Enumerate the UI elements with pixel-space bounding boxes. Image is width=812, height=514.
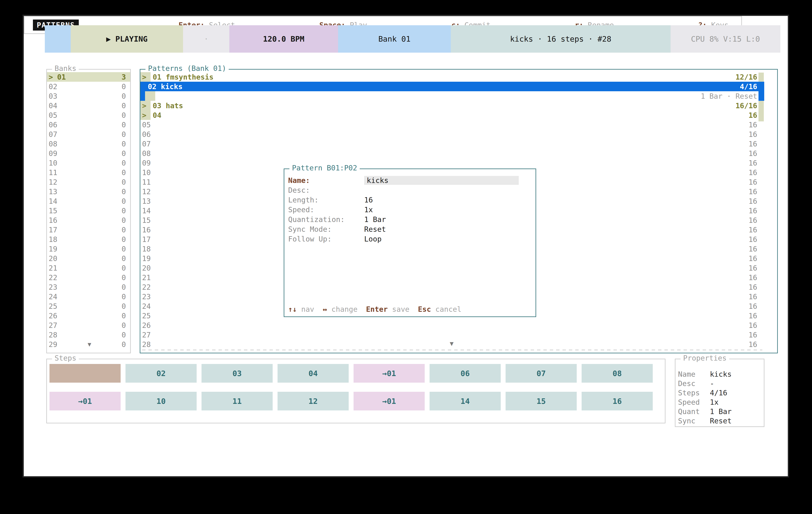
pattern-row-09[interactable]: 0916 [140, 158, 764, 168]
bank-row-29[interactable]: 29▼0 [47, 339, 130, 349]
bank-pattern-count: 0 [122, 225, 130, 234]
bank-row-05[interactable]: 050 [47, 110, 130, 120]
pattern-row-02-selected[interactable]: 02 kicks4/16 [140, 82, 764, 91]
patterns-scroll-more-icon[interactable]: ▼ [140, 340, 763, 347]
step-number: 10 [156, 397, 166, 405]
bank-row-06[interactable]: 060 [47, 120, 130, 129]
bank-number: 19 [47, 245, 57, 253]
step-number: 06 [461, 369, 470, 378]
step-cell-15[interactable]: 15 [505, 392, 577, 411]
pattern-row-05[interactable]: 0516 [140, 120, 764, 129]
bank-number: 01 [57, 73, 66, 81]
step-cell-01[interactable] [50, 364, 121, 383]
bpm-display: 120.0 BPM [229, 25, 338, 53]
step-cell-09[interactable]: →01 [50, 392, 121, 411]
bank-pattern-count: 0 [122, 245, 130, 253]
bank-row-07[interactable]: 070 [47, 129, 130, 139]
pattern-row-08[interactable]: 0816 [140, 149, 764, 158]
bank-row-09[interactable]: 090 [47, 149, 130, 158]
pattern-steps-value: 16 [749, 302, 764, 310]
pattern-number: 17 [140, 235, 151, 244]
step-number: 15 [536, 397, 546, 405]
pattern-number: 06 [140, 130, 151, 139]
step-cell-12[interactable]: 12 [278, 392, 349, 411]
bank-row-01[interactable]: >013 [47, 72, 130, 82]
bank-pattern-count: 0 [122, 159, 130, 167]
step-cell-07[interactable]: 07 [505, 364, 577, 383]
pattern-row-07[interactable]: 0716 [140, 139, 764, 149]
pattern-row-01[interactable]: >01 fmsynthesis12/16 [140, 72, 764, 82]
bank-pattern-count: 0 [122, 101, 130, 110]
dialog-hint-nav: ↑↓ nav [288, 305, 314, 313]
dialog-field-quantization[interactable]: Quantization:1 Bar [288, 215, 532, 224]
bank-row-19[interactable]: 190 [47, 244, 130, 253]
property-label: Name [678, 370, 710, 379]
bank-row-17[interactable]: 170 [47, 225, 130, 235]
bank-row-22[interactable]: 220 [47, 273, 130, 282]
dialog-field-desc[interactable]: Desc: [288, 185, 532, 195]
step-cell-02[interactable]: 02 [125, 364, 197, 383]
bank-row-13[interactable]: 130 [47, 187, 130, 196]
bank-pattern-count: 0 [122, 149, 130, 158]
bank-row-12[interactable]: 120 [47, 177, 130, 187]
bank-number: 16 [47, 216, 57, 224]
bank-row-02[interactable]: 020 [47, 82, 130, 91]
bank-row-24[interactable]: 240 [47, 292, 130, 301]
bank-row-14[interactable]: 140 [47, 196, 130, 206]
banks-scroll-more-icon[interactable]: ▼ [57, 341, 122, 348]
step-number: 02 [156, 369, 166, 378]
step-jump-label: →01 [78, 397, 92, 405]
hint-label: save [392, 305, 409, 313]
dialog-name-input[interactable]: kicks [364, 176, 519, 185]
step-cell-13[interactable]: →01 [353, 392, 425, 411]
pattern-number: 10 [140, 168, 151, 177]
step-cell-11[interactable]: 11 [202, 392, 273, 411]
bank-row-23[interactable]: 230 [47, 282, 130, 292]
pattern-number: 18 [140, 245, 151, 253]
bank-row-08[interactable]: 080 [47, 139, 130, 149]
bank-pattern-count: 0 [122, 340, 130, 349]
bank-row-20[interactable]: 200 [47, 253, 130, 263]
transport-status: ▶ PLAYING [71, 25, 183, 53]
dialog-hint-cancel: Esc cancel [418, 305, 461, 313]
bank-row-03[interactable]: 030 [47, 91, 130, 101]
pattern-number: 16 [140, 225, 151, 234]
property-row-quant: Quant1 Bar [678, 407, 764, 416]
step-cell-10[interactable]: 10 [125, 392, 197, 411]
bank-row-21[interactable]: 210 [47, 263, 130, 273]
bank-pattern-count: 0 [122, 92, 130, 100]
step-cell-06[interactable]: 06 [430, 364, 501, 383]
bank-row-27[interactable]: 270 [47, 321, 130, 330]
pattern-steps-value: 16 [749, 149, 764, 158]
step-cell-08[interactable]: 08 [582, 364, 653, 383]
bank-row-18[interactable]: 180 [47, 235, 130, 244]
dialog-field-length[interactable]: Length:16 [288, 195, 532, 205]
step-cell-14[interactable]: 14 [430, 392, 501, 411]
dialog-field-speed[interactable]: Speed:1x [288, 205, 532, 215]
property-value: - [710, 379, 714, 388]
property-value: 4/16 [710, 389, 727, 397]
pattern-row-06[interactable]: 0616 [140, 129, 764, 139]
pattern-row-03[interactable]: >03 hats16/16 [140, 101, 764, 110]
dialog-field-label: Follow Up: [288, 235, 364, 243]
dialog-field-syncmode[interactable]: Sync Mode:Reset [288, 224, 532, 234]
pattern-sub-info: 1 Bar · Reset [701, 92, 757, 100]
bank-row-11[interactable]: 110 [47, 168, 130, 177]
step-cell-05[interactable]: →01 [353, 364, 425, 383]
bank-row-28[interactable]: 280 [47, 330, 130, 339]
step-cell-03[interactable]: 03 [202, 364, 273, 383]
step-cell-04[interactable]: 04 [278, 364, 349, 383]
bank-row-26[interactable]: 260 [47, 311, 130, 321]
pattern-steps-value: 16 [749, 283, 764, 292]
pattern-row-27[interactable]: 2716 [140, 330, 764, 339]
dialog-field-name[interactable]: Name:kicks [288, 176, 532, 185]
pattern-row-04[interactable]: >0416 [140, 110, 764, 120]
bank-row-15[interactable]: 150 [47, 206, 130, 215]
bank-row-10[interactable]: 100 [47, 158, 130, 168]
bank-row-04[interactable]: 040 [47, 101, 130, 110]
bank-row-16[interactable]: 160 [47, 215, 130, 225]
bank-row-25[interactable]: 250 [47, 301, 130, 311]
dialog-field-followup[interactable]: Follow Up:Loop [288, 234, 532, 244]
step-cell-16[interactable]: 16 [582, 392, 653, 411]
pattern-row-26[interactable]: 2616 [140, 321, 764, 330]
